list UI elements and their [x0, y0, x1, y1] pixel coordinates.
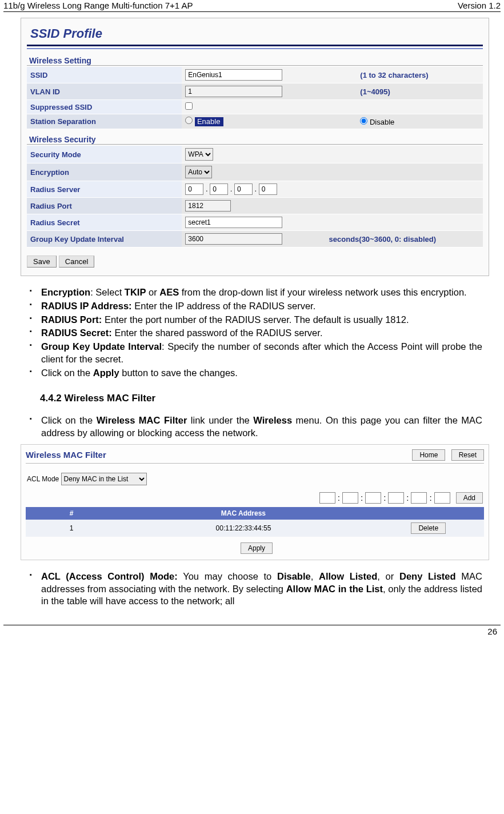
add-button[interactable]: Add	[456, 492, 483, 504]
radius-server-label: Radius Server	[27, 181, 182, 198]
suppressed-ssid-checkbox[interactable]	[185, 102, 193, 110]
reset-button[interactable]: Reset	[451, 449, 484, 461]
encryption-select[interactable]: Auto	[185, 166, 212, 178]
bullet-acl-mode: ACL (Access Control) Mode: You may choos…	[22, 570, 482, 608]
mac-title: Wireless MAC Filter	[26, 450, 106, 460]
radius-port-input[interactable]	[185, 200, 231, 212]
station-sep-disable-radio[interactable]	[360, 117, 367, 125]
radius-ip-4[interactable]	[259, 183, 277, 195]
wireless-setting-head: Wireless Setting	[27, 50, 483, 66]
doc-header-left: 11b/g Wireless Long Range Multi-function…	[3, 1, 193, 10]
disable-text: Disable	[370, 118, 394, 126]
vlan-hint: (1~4095)	[357, 83, 483, 100]
vlan-input[interactable]	[185, 86, 282, 97]
divider	[27, 45, 483, 46]
panel-title: SSID Profile	[27, 24, 483, 45]
col-num: #	[26, 507, 117, 520]
bullet-encryption: Encryption: Select TKIP or AES from the …	[22, 286, 482, 299]
bullet-radius-secret: RADIUS Secret: Enter the shared password…	[22, 327, 482, 340]
bullet-mac-intro: Click on the Wireless MAC Filter link un…	[22, 414, 482, 440]
vlan-label: VLAN ID	[27, 83, 182, 100]
table-row: 1 00:11:22:33:44:55 Delete	[26, 520, 484, 537]
station-sep-label: Station Separation	[27, 114, 182, 129]
save-button[interactable]: Save	[27, 256, 57, 268]
row-num: 1	[26, 520, 117, 537]
acl-mode-select[interactable]: Deny MAC in the List	[61, 473, 147, 485]
mac-oct-2[interactable]	[342, 492, 358, 504]
radius-secret-label: Radius Secret	[27, 214, 182, 231]
security-mode-select[interactable]: WPA	[185, 148, 213, 161]
col-mac: MAC Address	[117, 507, 369, 520]
apply-button[interactable]: Apply	[241, 542, 273, 554]
cancel-button[interactable]: Cancel	[59, 256, 94, 268]
ssid-hint: (1 to 32 characters)	[357, 67, 483, 83]
acl-mode-label: ACL Mode	[27, 475, 59, 483]
ssid-profile-panel: SSID Profile Wireless Setting SSID (1 to…	[21, 18, 489, 276]
radius-port-label: Radius Port	[27, 198, 182, 214]
delete-button[interactable]: Delete	[411, 522, 446, 534]
security-mode-label: Security Mode	[27, 146, 182, 163]
gku-input[interactable]	[185, 233, 282, 245]
mac-oct-5[interactable]	[411, 492, 427, 504]
bullet-radius-port: RADIUS Port: Enter the port number of th…	[22, 314, 482, 326]
radius-ip-1[interactable]	[185, 183, 203, 195]
suppressed-ssid-label: Suppressed SSID	[27, 100, 182, 114]
enable-text: Enable	[195, 117, 223, 126]
radius-secret-input[interactable]	[185, 217, 282, 228]
page-number: 26	[3, 625, 501, 642]
bullet-radius-ip: RADIUS IP Address: Enter the IP address …	[22, 300, 482, 313]
col-action	[369, 507, 484, 520]
section-4-4-2-head: 4.4.2 Wireless MAC Filter	[40, 393, 483, 404]
bullet-gku: Group Key Update Interval: Specify the n…	[22, 341, 482, 366]
radius-ip-2[interactable]	[210, 183, 228, 195]
encryption-label: Encryption	[27, 163, 182, 181]
radius-ip-3[interactable]	[234, 183, 253, 195]
mac-oct-4[interactable]	[388, 492, 404, 504]
divider	[27, 48, 483, 49]
row-mac: 00:11:22:33:44:55	[117, 520, 369, 537]
bullet-apply: Click on the Apply button to save the ch…	[22, 367, 482, 380]
station-sep-enable-radio[interactable]	[185, 117, 193, 124]
home-button[interactable]: Home	[412, 449, 445, 461]
gku-hint: seconds(30~3600, 0: disabled)	[326, 231, 483, 248]
ssid-input[interactable]	[185, 69, 282, 81]
mac-oct-6[interactable]	[434, 492, 450, 504]
mac-oct-3[interactable]	[365, 492, 381, 504]
mac-oct-1[interactable]	[319, 492, 335, 504]
mac-filter-panel: Wireless MAC Filter Home Reset ACL Mode …	[21, 444, 489, 560]
wireless-security-head: Wireless Security	[27, 129, 483, 145]
ssid-label: SSID	[27, 67, 182, 83]
gku-label: Group Key Update Interval	[27, 231, 182, 248]
doc-header-right: Version 1.2	[458, 1, 501, 10]
